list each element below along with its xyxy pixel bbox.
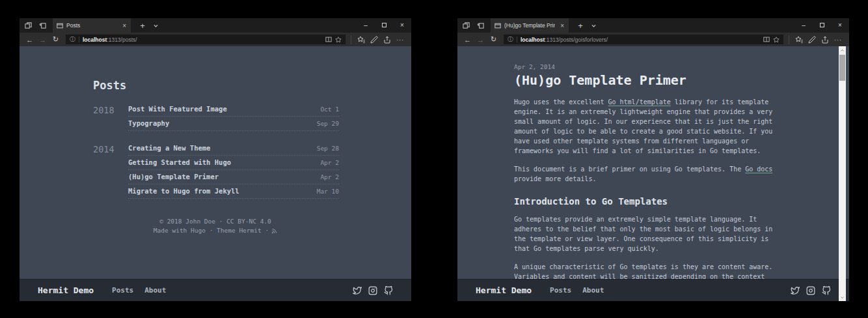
url-path: :1313/posts/ (107, 36, 137, 43)
address-bar[interactable]: ⓘ localhost:1313/posts/ (66, 35, 346, 44)
post-groups: 2018Post With Featured ImageOct 1Typogra… (93, 102, 339, 199)
twitter-icon[interactable] (791, 286, 800, 295)
tab-close-icon[interactable]: × (120, 22, 128, 29)
browser-toolbar: ← → ↻ ⓘ localhost:1313/posts/goisforlove… (457, 33, 849, 46)
brand-link[interactable]: Hermit Demo (476, 285, 532, 295)
made-with-line: Made with Hugo · Theme Hermit · (154, 226, 269, 235)
nav-link-posts[interactable]: Posts (112, 286, 133, 295)
scroll-up-icon[interactable] (839, 46, 846, 54)
posts-page: Posts 2018Post With Featured ImageOct 1T… (20, 46, 411, 301)
tabs-preview-icon[interactable] (23, 20, 34, 31)
nav-links: PostsAbout (112, 286, 166, 295)
year-label: 2014 (93, 141, 128, 199)
year-label: 2018 (93, 102, 128, 131)
post-list: Creating a New ThemeSep 28Getting Starte… (128, 141, 339, 199)
url-text: localhost:1313/posts/goisforlovers/ (521, 36, 760, 43)
instagram-icon[interactable] (806, 286, 815, 295)
browser-window-posts: Posts × + – × ← → ↻ ⓘ localhost:1313/pos… (20, 18, 411, 301)
post-row[interactable]: Post With Featured ImageOct 1 (128, 102, 339, 117)
page-favicon-icon (495, 23, 501, 29)
post-title-link[interactable]: Migrate to Hugo from Jekyll (128, 187, 239, 195)
article-page: Apr 2, 2014 (Hu)go Template Primer Hugo … (457, 46, 849, 301)
nav-link-about[interactable]: About (582, 286, 604, 295)
hub-favorites-icon[interactable] (355, 36, 368, 44)
reading-view-icon[interactable] (325, 36, 332, 42)
tab-close-icon[interactable]: × (558, 22, 566, 29)
post-row[interactable]: Migrate to Hugo from JekyllMar 10 (128, 184, 339, 199)
brand-link[interactable]: Hermit Demo (38, 285, 94, 295)
inline-link[interactable]: Go html/template (608, 98, 671, 106)
share-icon[interactable] (381, 36, 394, 44)
scrollbar-thumb[interactable] (839, 55, 845, 81)
url-divider (517, 36, 517, 42)
tab-preview-chevron-icon[interactable] (591, 23, 597, 29)
maximize-button[interactable] (375, 18, 393, 33)
browser-tab[interactable]: (Hu)go Template Primer × (491, 18, 569, 33)
back-button[interactable]: ← (462, 36, 473, 44)
scroll-down-icon[interactable] (839, 293, 846, 301)
inline-link[interactable]: Go docs (745, 166, 772, 173)
bottom-nav: Hermit Demo PostsAbout (20, 279, 411, 301)
settings-more-icon[interactable]: ··· (832, 36, 845, 43)
back-button[interactable]: ← (24, 36, 35, 44)
nav-links: PostsAbout (550, 286, 604, 295)
post-row[interactable]: (Hu)go Template PrimerApr 2 (128, 170, 339, 184)
share-icon[interactable] (819, 36, 832, 44)
address-bar[interactable]: ⓘ localhost:1313/posts/goisforlovers/ (504, 35, 783, 44)
minimize-button[interactable]: – (794, 18, 813, 33)
refresh-button[interactable]: ↻ (50, 35, 61, 44)
instagram-icon[interactable] (368, 286, 377, 295)
github-icon[interactable] (384, 286, 393, 295)
post-date: Apr 2 (320, 159, 339, 166)
tab-title: (Hu)go Template Primer (504, 22, 555, 29)
add-favorite-star-icon[interactable] (773, 36, 780, 43)
post-row[interactable]: Creating a New ThemeSep 28 (128, 141, 339, 156)
settings-more-icon[interactable]: ··· (394, 36, 407, 43)
tab-bar: Posts × + – × (20, 18, 411, 33)
post-title-link[interactable]: (Hu)go Template Primer (128, 173, 219, 181)
window-controls: – × (794, 18, 849, 33)
twitter-icon[interactable] (353, 286, 362, 295)
post-row[interactable]: Getting Started with HugoApr 2 (128, 156, 339, 170)
tab-preview-chevron-icon[interactable] (153, 23, 159, 29)
post-title-link[interactable]: Creating a New Theme (128, 144, 210, 152)
article-paragraph: This document is a brief primer on using… (514, 164, 774, 184)
forward-button[interactable]: → (37, 36, 48, 44)
post-date: Sep 28 (317, 145, 339, 152)
refresh-button[interactable]: ↻ (488, 35, 499, 44)
rss-icon[interactable] (271, 228, 277, 234)
web-notes-pen-icon[interactable] (368, 36, 381, 44)
browser-tab[interactable]: Posts × (53, 18, 131, 33)
nav-link-posts[interactable]: Posts (550, 286, 571, 295)
maximize-button[interactable] (813, 18, 831, 33)
browser-toolbar: ← → ↻ ⓘ localhost:1313/posts/ (20, 33, 411, 46)
page-scrollbar[interactable] (839, 46, 846, 301)
tabs-preview-icon[interactable] (461, 20, 472, 31)
new-tab-button[interactable]: + (576, 21, 585, 31)
post-title-link[interactable]: Post With Featured Image (128, 105, 227, 113)
site-info-icon[interactable]: ⓘ (70, 35, 75, 44)
set-tabs-aside-icon[interactable] (37, 20, 48, 31)
section-heading: Introduction to Go Templates (514, 196, 774, 207)
post-title-link[interactable]: Typography (128, 119, 169, 127)
desktop-background: Posts × + – × ← → ↻ ⓘ localhost:1313/pos… (0, 0, 868, 318)
forward-button[interactable]: → (475, 36, 486, 44)
post-row[interactable]: TypographySep 29 (128, 117, 339, 131)
reading-view-icon[interactable] (763, 36, 770, 42)
minimize-button[interactable]: – (357, 18, 375, 33)
nav-link-about[interactable]: About (144, 286, 166, 295)
close-button[interactable]: × (393, 18, 411, 33)
set-tabs-aside-icon[interactable] (475, 20, 486, 31)
add-favorite-star-icon[interactable] (335, 36, 342, 43)
github-icon[interactable] (822, 286, 831, 295)
close-button[interactable]: × (831, 18, 849, 33)
new-tab-button[interactable]: + (138, 21, 147, 31)
web-notes-pen-icon[interactable] (806, 36, 819, 44)
url-path: :1313/posts/goisforlovers/ (545, 36, 608, 43)
hub-favorites-icon[interactable] (793, 36, 806, 44)
tab-bar: (Hu)go Template Primer × + – × (457, 18, 849, 33)
post-date: Mar 10 (317, 188, 339, 195)
post-title-link[interactable]: Getting Started with Hugo (128, 158, 231, 166)
social-icons (353, 286, 393, 295)
site-info-icon[interactable]: ⓘ (508, 35, 513, 44)
